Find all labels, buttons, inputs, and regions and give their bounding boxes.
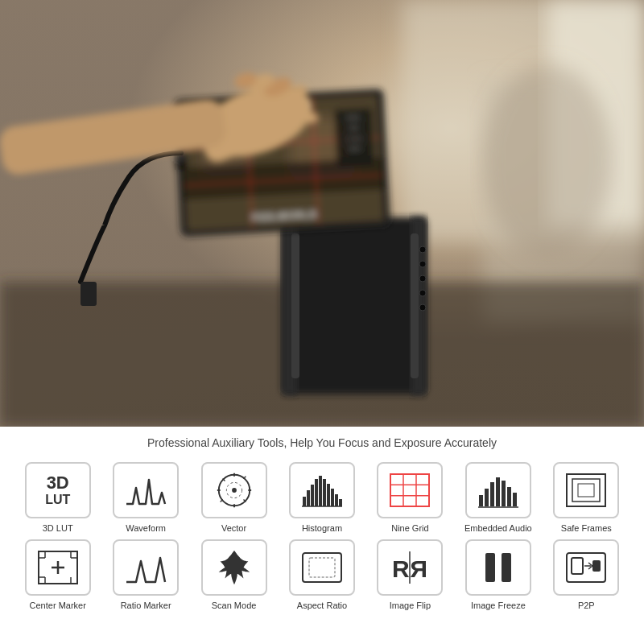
svg-text:Display: Display bbox=[346, 114, 360, 120]
svg-rect-81 bbox=[507, 487, 511, 506]
svg-point-58 bbox=[232, 488, 237, 493]
tool-label-embedded-audio: Embedded Audio bbox=[464, 523, 532, 533]
tool-label-ratio-marker: Ratio Marker bbox=[121, 601, 171, 610]
tool-icon-embedded-audio bbox=[465, 462, 531, 518]
svg-rect-71 bbox=[390, 474, 429, 506]
scene-svg: 4K | High-Bright Display Audio Color Adj… bbox=[0, 0, 644, 427]
scan-mode-svg bbox=[213, 547, 255, 588]
tool-item-image-flip: R R Image Flip bbox=[369, 539, 452, 610]
tool-item-center-marker: Center Marker bbox=[16, 539, 99, 610]
svg-rect-60 bbox=[303, 497, 306, 506]
svg-rect-67 bbox=[331, 489, 334, 506]
tool-item-p2p: P2P bbox=[545, 539, 628, 610]
svg-rect-104 bbox=[502, 553, 511, 582]
svg-text:R: R bbox=[392, 555, 410, 582]
svg-rect-10 bbox=[411, 233, 419, 378]
svg-point-11 bbox=[419, 246, 426, 253]
svg-rect-40 bbox=[80, 282, 97, 306]
tool-item-3d-lut: 3D LUT 3D LUT bbox=[16, 462, 99, 533]
svg-line-56 bbox=[243, 477, 246, 479]
tool-icon-scan-mode bbox=[201, 539, 267, 596]
svg-rect-63 bbox=[315, 479, 318, 506]
svg-rect-76 bbox=[479, 495, 483, 506]
svg-rect-78 bbox=[490, 482, 494, 506]
svg-text:System: System bbox=[349, 147, 361, 151]
tool-icon-waveform bbox=[113, 462, 179, 518]
svg-rect-85 bbox=[572, 479, 600, 502]
svg-rect-6 bbox=[282, 217, 427, 394]
tool-label-aspect-ratio: Aspect Ratio bbox=[297, 601, 347, 610]
svg-text:R: R bbox=[410, 555, 427, 582]
info-section: Professional Auxiliary Tools, Help You F… bbox=[0, 427, 644, 644]
svg-rect-108 bbox=[592, 560, 601, 572]
tagline: Professional Auxiliary Tools, Help You F… bbox=[147, 436, 497, 449]
tool-item-safe-frames: Safe Frames bbox=[545, 462, 628, 533]
tool-item-scan-mode: Scan Mode bbox=[192, 539, 275, 610]
svg-rect-61 bbox=[307, 490, 310, 506]
image-flip-svg: R R bbox=[389, 547, 431, 588]
tool-icon-aspect-ratio bbox=[289, 539, 355, 596]
tool-label-waveform: Waveform bbox=[126, 523, 166, 533]
center-marker-svg bbox=[37, 547, 79, 588]
audio-svg bbox=[477, 470, 519, 510]
svg-rect-99 bbox=[309, 558, 335, 577]
tool-item-ratio-marker: Ratio Marker bbox=[104, 539, 187, 610]
svg-rect-64 bbox=[319, 476, 322, 506]
svg-rect-86 bbox=[578, 484, 594, 497]
tool-label-image-flip: Image Flip bbox=[390, 601, 431, 610]
tool-label-safe-frames: Safe Frames bbox=[561, 523, 612, 533]
tool-item-aspect-ratio: Aspect Ratio bbox=[280, 539, 363, 610]
svg-rect-82 bbox=[513, 493, 517, 506]
p2p-svg bbox=[565, 547, 607, 588]
svg-rect-65 bbox=[323, 479, 326, 506]
tool-icon-center-marker bbox=[25, 539, 91, 596]
tool-label-histogram: Histogram bbox=[302, 523, 342, 533]
tool-icon-vector bbox=[201, 462, 267, 518]
tool-label-scan-mode: Scan Mode bbox=[212, 601, 257, 610]
tool-icon-histogram bbox=[289, 462, 355, 518]
tool-label-3d-lut: 3D LUT bbox=[43, 523, 73, 533]
waveform-svg bbox=[125, 470, 167, 510]
svg-rect-77 bbox=[485, 489, 489, 506]
nine-grid-svg bbox=[389, 470, 431, 510]
tool-label-center-marker: Center Marker bbox=[30, 601, 86, 610]
tool-label-nine-grid: Nine Grid bbox=[391, 523, 428, 533]
histogram-svg bbox=[301, 470, 343, 510]
svg-point-14 bbox=[419, 290, 426, 296]
tool-item-image-freeze: Image Freeze bbox=[456, 539, 539, 610]
tool-item-nine-grid: Nine Grid bbox=[369, 462, 452, 533]
svg-point-12 bbox=[419, 261, 426, 267]
svg-rect-9 bbox=[291, 233, 299, 378]
svg-rect-103 bbox=[485, 553, 495, 582]
vector-svg bbox=[213, 470, 255, 510]
image-freeze-svg bbox=[477, 547, 519, 588]
svg-rect-79 bbox=[496, 477, 500, 506]
tool-icon-3d-lut: 3D LUT bbox=[25, 462, 91, 518]
tool-label-image-freeze: Image Freeze bbox=[471, 601, 526, 610]
svg-rect-80 bbox=[502, 481, 506, 506]
tool-icon-safe-frames bbox=[553, 462, 619, 518]
hero-photo: 4K | High-Bright Display Audio Color Adj… bbox=[0, 0, 644, 427]
tool-item-histogram: Histogram bbox=[280, 462, 363, 533]
tool-icon-image-freeze bbox=[465, 539, 531, 596]
svg-point-13 bbox=[419, 275, 426, 282]
tools-grid: 3D LUT 3D LUT Waveform bbox=[16, 462, 628, 610]
tool-label-p2p: P2P bbox=[578, 601, 595, 610]
svg-point-4 bbox=[483, 64, 612, 258]
tool-label-vector: Vector bbox=[221, 523, 246, 533]
svg-rect-69 bbox=[339, 499, 342, 506]
svg-rect-66 bbox=[327, 484, 330, 506]
svg-rect-68 bbox=[335, 494, 338, 506]
svg-point-15 bbox=[419, 304, 426, 311]
svg-rect-106 bbox=[572, 558, 583, 574]
tool-item-embedded-audio: Embedded Audio bbox=[456, 462, 539, 533]
svg-text:Audio: Audio bbox=[349, 126, 359, 130]
tool-icon-p2p bbox=[553, 539, 619, 596]
safe-frames-svg bbox=[565, 470, 607, 510]
svg-line-57 bbox=[220, 500, 222, 502]
tool-icon-nine-grid bbox=[377, 462, 443, 518]
tool-item-vector: Vector bbox=[192, 462, 275, 533]
svg-rect-62 bbox=[311, 485, 314, 506]
tool-icon-ratio-marker bbox=[113, 539, 179, 596]
aspect-ratio-svg bbox=[301, 547, 343, 588]
